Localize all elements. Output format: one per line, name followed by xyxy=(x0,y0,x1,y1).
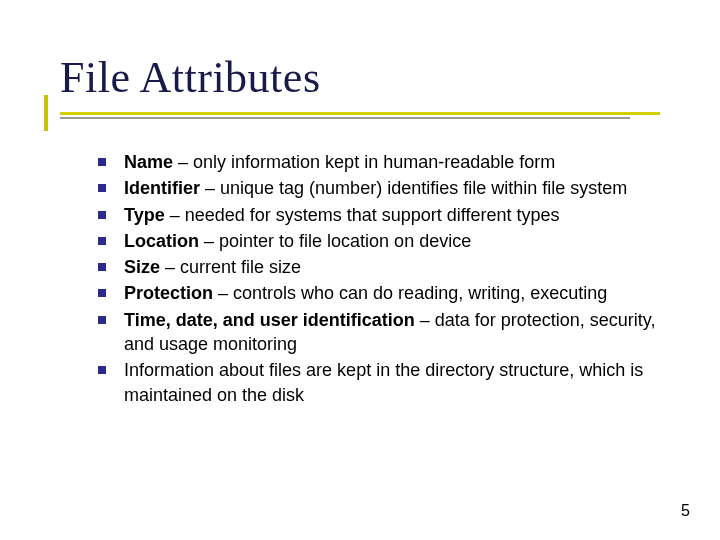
list-item-bold: Name xyxy=(124,152,173,172)
square-bullet-icon xyxy=(98,263,106,271)
title-underline xyxy=(60,112,660,119)
rule-yellow xyxy=(60,112,660,115)
list-item-bold: Protection xyxy=(124,283,213,303)
list-item-text: Size – current file size xyxy=(124,255,678,279)
list-item: Size – current file size xyxy=(98,255,678,279)
page-number: 5 xyxy=(681,502,690,520)
bullet-list: Name – only information kept in human-re… xyxy=(98,150,678,409)
square-bullet-icon xyxy=(98,366,106,374)
list-item-text: Identifier – unique tag (number) identif… xyxy=(124,176,678,200)
title-wrap: File Attributes xyxy=(60,52,321,103)
list-item-rest: – only information kept in human-readabl… xyxy=(173,152,555,172)
list-item: Type – needed for systems that support d… xyxy=(98,203,678,227)
square-bullet-icon xyxy=(98,158,106,166)
slide-title: File Attributes xyxy=(60,52,321,103)
rule-gray xyxy=(60,117,630,119)
list-item-rest: – unique tag (number) identifies file wi… xyxy=(200,178,627,198)
list-item: Name – only information kept in human-re… xyxy=(98,150,678,174)
square-bullet-icon xyxy=(98,316,106,324)
list-item-rest: – current file size xyxy=(160,257,301,277)
list-item-bold: Location xyxy=(124,231,199,251)
list-item: Location – pointer to file location on d… xyxy=(98,229,678,253)
list-item: Identifier – unique tag (number) identif… xyxy=(98,176,678,200)
list-item-text: Protection – controls who can do reading… xyxy=(124,281,678,305)
list-item-text: Information about files are kept in the … xyxy=(124,358,678,407)
list-item-bold: Identifier xyxy=(124,178,200,198)
list-item-text: Type – needed for systems that support d… xyxy=(124,203,678,227)
list-item-bold: Type xyxy=(124,205,165,225)
list-item-text: Name – only information kept in human-re… xyxy=(124,150,678,174)
list-item-rest: – controls who can do reading, writing, … xyxy=(213,283,607,303)
list-item: Protection – controls who can do reading… xyxy=(98,281,678,305)
list-item-rest: – pointer to file location on device xyxy=(199,231,471,251)
list-item-bold: Size xyxy=(124,257,160,277)
square-bullet-icon xyxy=(98,184,106,192)
list-item: Time, date, and user identification – da… xyxy=(98,308,678,357)
list-item-rest: – needed for systems that support differ… xyxy=(165,205,560,225)
list-item-bold: Time, date, and user identification xyxy=(124,310,415,330)
square-bullet-icon xyxy=(98,237,106,245)
slide: File Attributes Name – only information … xyxy=(0,0,720,540)
accent-tick xyxy=(44,95,48,131)
square-bullet-icon xyxy=(98,211,106,219)
list-item: Information about files are kept in the … xyxy=(98,358,678,407)
square-bullet-icon xyxy=(98,289,106,297)
list-item-text: Time, date, and user identification – da… xyxy=(124,308,678,357)
list-item-rest: Information about files are kept in the … xyxy=(124,360,643,404)
list-item-text: Location – pointer to file location on d… xyxy=(124,229,678,253)
